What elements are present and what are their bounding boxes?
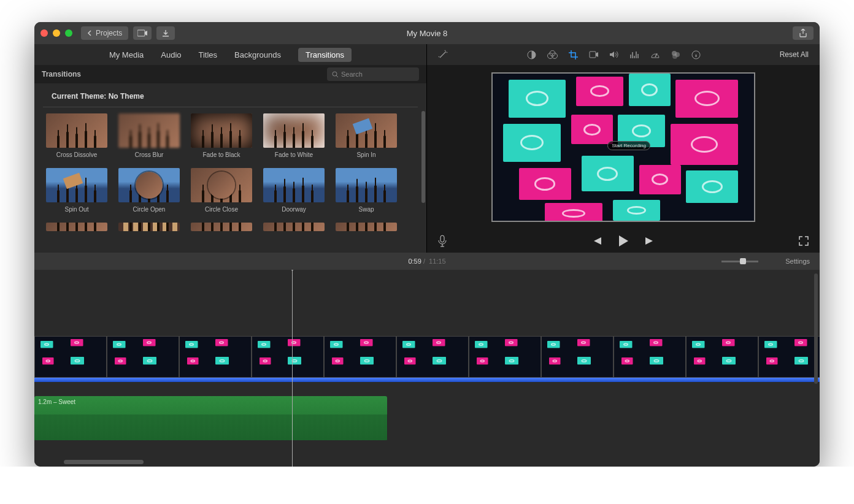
playback-controls [427, 229, 820, 253]
transition-item[interactable]: Circle Close [188, 168, 255, 213]
viewer-panel: Reset All Start Recording [427, 44, 820, 253]
video-clip-thumb[interactable] [396, 336, 469, 378]
transition-thumbnail [191, 223, 252, 231]
window-controls [40, 29, 72, 37]
info-icon[interactable] [691, 50, 701, 59]
svg-point-9 [672, 54, 677, 59]
speed-icon[interactable] [650, 50, 660, 59]
preview-tv [571, 115, 613, 144]
transition-item[interactable] [115, 223, 183, 231]
share-icon [799, 29, 807, 37]
noise-reduction-icon[interactable] [630, 51, 639, 59]
video-clip-thumb[interactable] [686, 336, 758, 378]
reset-all-button[interactable]: Reset All [780, 50, 809, 59]
transition-item[interactable]: Cross Blur [115, 113, 183, 158]
transition-item[interactable]: Doorway [260, 168, 328, 213]
titlebar: Projects My Movie 8 [34, 22, 820, 44]
video-clip-thumb[interactable] [541, 336, 614, 378]
magic-wand-icon[interactable] [438, 50, 448, 59]
transition-thumbnail [263, 113, 325, 148]
prev-button[interactable] [592, 237, 602, 245]
transition-label: Doorway [282, 206, 306, 213]
recording-badge: Start Recording [607, 141, 650, 150]
video-clip-thumb[interactable] [179, 336, 252, 378]
transition-item[interactable] [43, 223, 110, 231]
timeline-h-scrollbar[interactable] [64, 460, 144, 464]
browser-scrollbar[interactable] [421, 111, 425, 203]
video-track[interactable] [34, 336, 820, 383]
timeline-settings-button[interactable]: Settings [785, 258, 810, 265]
close-window-button[interactable] [40, 29, 48, 37]
transition-item[interactable]: Fade to Black [188, 113, 255, 158]
stabilization-icon[interactable] [589, 51, 598, 58]
transition-item[interactable] [333, 223, 400, 231]
preview-tv [509, 80, 566, 118]
transition-label: Swap [358, 206, 374, 213]
transition-item[interactable]: Spin Out [43, 168, 110, 213]
fullscreen-button[interactable] [799, 236, 809, 246]
share-button[interactable] [793, 26, 814, 40]
video-clip-thumb[interactable] [758, 336, 820, 378]
voiceover-button[interactable] [438, 235, 447, 247]
download-button[interactable] [156, 26, 175, 40]
color-balance-icon[interactable] [527, 50, 536, 59]
tab-backgrounds[interactable]: Backgrounds [234, 50, 281, 59]
connected-clip-bar [34, 378, 820, 382]
timeline-v-scrollbar[interactable] [814, 273, 818, 384]
timeline[interactable]: 1.2m – Sweet [34, 270, 820, 467]
zoom-window-button[interactable] [65, 29, 72, 37]
inspector-toolbar: Reset All [427, 44, 820, 65]
transition-label: Cross Blur [135, 151, 164, 158]
clip-filter-icon[interactable] [671, 50, 680, 59]
crop-icon[interactable] [569, 50, 578, 59]
video-clip-thumb[interactable] [469, 336, 541, 378]
transition-item[interactable] [260, 223, 328, 231]
video-clip-thumb[interactable] [34, 336, 107, 378]
zoom-slider[interactable] [721, 261, 758, 262]
preview-tv [519, 168, 571, 200]
transition-thumbnail [191, 113, 252, 148]
preview-tv [686, 170, 738, 203]
audio-clip[interactable]: 1.2m – Sweet [34, 396, 387, 440]
svg-rect-0 [137, 30, 145, 36]
volume-icon[interactable] [609, 50, 619, 59]
time-bar: 0:59 / 11:15 Settings [34, 253, 820, 270]
video-clip-thumb[interactable] [324, 336, 396, 378]
tab-titles[interactable]: Titles [199, 50, 218, 59]
transition-item[interactable] [188, 223, 255, 231]
playhead[interactable] [292, 270, 293, 467]
search-input[interactable]: Search [327, 67, 419, 81]
svg-point-1 [333, 72, 337, 76]
video-clip-thumb[interactable] [614, 336, 686, 378]
color-correction-icon[interactable] [547, 50, 558, 59]
import-media-button[interactable] [133, 26, 152, 40]
current-theme-row: Current Theme: No Theme [43, 83, 418, 107]
transition-item[interactable]: Cross Dissolve [43, 113, 110, 158]
transition-item[interactable]: Fade to White [260, 113, 328, 158]
app-window: Projects My Movie 8 My Media Audio Title… [34, 22, 820, 467]
audio-clip-label: 1.2m – Sweet [38, 399, 383, 405]
transition-thumbnail [118, 223, 180, 231]
transition-label: Fade to White [275, 151, 313, 158]
video-clip-thumb[interactable] [252, 336, 324, 378]
video-preview[interactable]: Start Recording [491, 72, 755, 222]
tab-transitions[interactable]: Transitions [298, 48, 352, 62]
transition-thumbnail [336, 113, 397, 148]
projects-back-button[interactable]: Projects [81, 26, 128, 40]
video-clip-thumb[interactable] [107, 336, 179, 378]
transition-label: Fade to Black [202, 151, 240, 158]
minimize-window-button[interactable] [53, 29, 60, 37]
tab-audio[interactable]: Audio [161, 50, 181, 59]
next-button[interactable] [645, 237, 655, 245]
browser-panel: My Media Audio Titles Backgrounds Transi… [34, 44, 427, 253]
transition-item[interactable]: Swap [333, 168, 400, 213]
transition-label: Circle Close [205, 206, 238, 213]
transition-thumbnail [336, 223, 397, 231]
preview-tv [613, 200, 660, 221]
play-button[interactable] [618, 235, 629, 247]
transition-item[interactable]: Circle Open [115, 168, 183, 213]
svg-rect-6 [590, 52, 596, 58]
tab-my-media[interactable]: My Media [109, 50, 144, 59]
transition-item[interactable]: Spin In [333, 113, 400, 158]
transition-thumbnail [46, 168, 107, 202]
